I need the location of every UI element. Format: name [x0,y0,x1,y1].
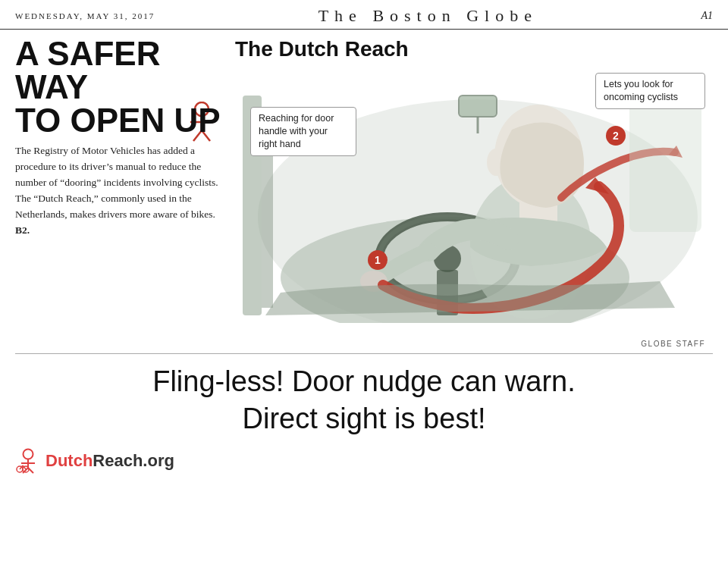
header-date: Wednesday, May 31, 2017 [15,11,155,20]
callout-right-text: Lets you look for oncoming cyclists [604,79,678,102]
svg-point-23 [24,449,33,459]
left-column: A SAFER WAY TO OPEN UP The Registry of M… [15,37,235,348]
tagline-line1: Fling-less! Door nudge can warn. [15,363,713,400]
callout-right: Lets you look for oncoming cyclists [595,73,705,109]
headline-line2: TO OPEN UP [15,102,221,139]
infographic-area: Reaching for door handle with your right… [235,65,713,338]
page-reference: B2. [15,224,30,236]
footer-logo-text: DutchReach.org [46,451,174,471]
headline-line1: A SAFER WAY [15,35,161,105]
header-page: A1 [701,10,713,22]
infographic-title: The Dutch Reach [235,37,713,61]
bottom-tagline: Fling-less! Door nudge can warn. Direct … [0,356,728,444]
main-content: A SAFER WAY TO OPEN UP The Registry of M… [0,30,728,352]
tagline-line2: Direct sight is best! [15,400,713,437]
callout-left: Reaching for door handle with your right… [250,107,356,156]
logo-reach: Reach.org [93,451,174,470]
right-column: The Dutch Reach [235,37,713,348]
badge-2: 2 [606,126,626,146]
logo-dutch: Dutch [46,451,93,470]
callout-left-text: Reaching for door handle with your right… [259,113,334,149]
badge-1: 1 [368,250,388,270]
dutchreach-logo-icon [15,448,41,474]
divider [15,353,713,354]
svg-rect-21 [459,96,497,117]
article-headline: A SAFER WAY TO OPEN UP [15,37,224,137]
article-body: The Registry of Motor Vehicles has added… [15,143,224,239]
header-title: The Boston Globe [318,6,538,26]
globe-staff-credit: GLOBE STAFF [235,340,713,348]
svg-rect-20 [629,96,701,232]
newspaper-header: Wednesday, May 31, 2017 The Boston Globe… [0,0,728,30]
footer-logo: DutchReach.org [0,444,728,478]
